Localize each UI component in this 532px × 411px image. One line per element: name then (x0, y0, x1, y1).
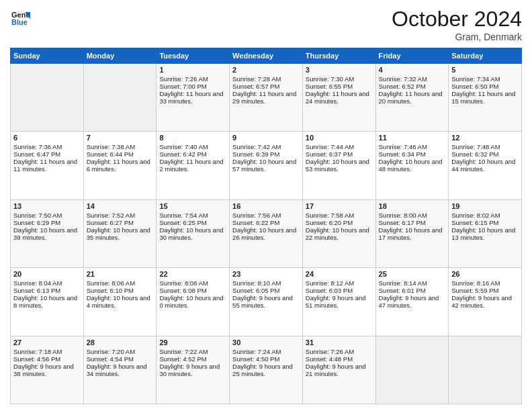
sunrise-text: Sunrise: 8:06 AM (87, 279, 154, 287)
day-cell: 14Sunrise: 7:52 AMSunset: 6:27 PMDayligh… (83, 199, 157, 267)
day-number: 16 (232, 202, 300, 210)
sunset-text: Sunset: 6:15 PM (451, 219, 519, 226)
day-number: 1 (159, 66, 226, 74)
sunrise-text: Sunrise: 8:02 AM (451, 212, 519, 219)
daylight-text: Daylight: 10 hours and 8 minutes. (13, 294, 81, 309)
day-number: 14 (87, 202, 154, 210)
day-cell: 25Sunrise: 8:14 AMSunset: 6:01 PMDayligh… (375, 268, 449, 336)
calendar-page: General Blue October 2024 Gram, Denmark … (0, 0, 532, 411)
sunset-text: Sunset: 6:37 PM (306, 150, 373, 158)
daylight-text: Daylight: 9 hours and 38 minutes. (13, 363, 81, 377)
daylight-text: Daylight: 10 hours and 48 minutes. (379, 158, 446, 173)
day-cell: 19Sunrise: 8:02 AMSunset: 6:15 PMDayligh… (449, 199, 522, 267)
daylight-text: Daylight: 9 hours and 55 minutes. (232, 294, 300, 309)
daylight-text: Daylight: 9 hours and 25 minutes. (232, 363, 300, 377)
day-cell: 8Sunrise: 7:40 AMSunset: 6:42 PMDaylight… (157, 132, 230, 199)
day-cell: 28Sunrise: 7:20 AMSunset: 4:54 PMDayligh… (83, 336, 157, 404)
sunset-text: Sunset: 6:32 PM (451, 150, 519, 158)
daylight-text: Daylight: 10 hours and 57 minutes. (232, 158, 300, 173)
sunrise-text: Sunrise: 7:40 AM (159, 143, 226, 150)
daylight-text: Daylight: 10 hours and 44 minutes. (451, 158, 519, 173)
sunrise-text: Sunrise: 7:54 AM (159, 212, 226, 219)
sunset-text: Sunset: 6:10 PM (87, 287, 154, 294)
sunset-text: Sunset: 6:05 PM (232, 287, 300, 294)
daylight-text: Daylight: 9 hours and 42 minutes. (451, 294, 519, 309)
sunset-text: Sunset: 4:48 PM (306, 355, 373, 363)
day-cell: 1Sunrise: 7:26 AMSunset: 7:00 PMDaylight… (157, 64, 230, 132)
day-cell (83, 64, 157, 132)
day-cell: 30Sunrise: 7:24 AMSunset: 4:50 PMDayligh… (230, 336, 303, 404)
day-number: 19 (451, 202, 519, 210)
sunrise-text: Sunrise: 8:00 AM (379, 212, 446, 219)
sunrise-text: Sunrise: 7:38 AM (87, 143, 154, 150)
week-row-3: 20Sunrise: 8:04 AMSunset: 6:13 PMDayligh… (11, 268, 522, 336)
daylight-text: Daylight: 10 hours and 35 minutes. (87, 226, 154, 241)
day-cell: 12Sunrise: 7:48 AMSunset: 6:32 PMDayligh… (449, 132, 522, 199)
sunrise-text: Sunrise: 7:58 AM (306, 212, 373, 219)
day-cell: 20Sunrise: 8:04 AMSunset: 6:13 PMDayligh… (11, 268, 84, 336)
sunset-text: Sunset: 6:01 PM (379, 287, 446, 294)
location: Gram, Denmark (392, 32, 522, 42)
sunrise-text: Sunrise: 7:22 AM (159, 348, 226, 355)
day-cell: 10Sunrise: 7:44 AMSunset: 6:37 PMDayligh… (302, 132, 375, 199)
day-number: 13 (13, 202, 81, 210)
col-thursday: Thursday (302, 48, 375, 64)
day-number: 12 (451, 134, 519, 142)
logo: General Blue (10, 7, 33, 27)
header: General Blue October 2024 Gram, Denmark (10, 7, 522, 42)
sunrise-text: Sunrise: 7:28 AM (232, 75, 300, 83)
day-number: 9 (232, 134, 300, 142)
day-cell: 27Sunrise: 7:18 AMSunset: 4:56 PMDayligh… (11, 336, 84, 404)
title-block: October 2024 Gram, Denmark (392, 7, 522, 42)
daylight-text: Daylight: 10 hours and 30 minutes. (159, 226, 226, 241)
daylight-text: Daylight: 11 hours and 6 minutes. (87, 158, 154, 173)
sunset-text: Sunset: 6:52 PM (379, 83, 446, 90)
day-number: 6 (13, 134, 81, 142)
daylight-text: Daylight: 9 hours and 34 minutes. (87, 363, 154, 377)
sunrise-text: Sunrise: 7:18 AM (13, 348, 81, 355)
day-cell: 13Sunrise: 7:50 AMSunset: 6:29 PMDayligh… (11, 199, 84, 267)
sunrise-text: Sunrise: 7:46 AM (379, 143, 446, 150)
day-cell: 11Sunrise: 7:46 AMSunset: 6:34 PMDayligh… (375, 132, 449, 199)
sunrise-text: Sunrise: 7:32 AM (379, 75, 446, 83)
day-cell: 15Sunrise: 7:54 AMSunset: 6:25 PMDayligh… (157, 199, 230, 267)
sunset-text: Sunset: 6:22 PM (232, 219, 300, 226)
sunset-text: Sunset: 4:50 PM (232, 355, 300, 363)
daylight-text: Daylight: 10 hours and 53 minutes. (306, 158, 373, 173)
day-number: 20 (13, 270, 81, 278)
week-row-1: 6Sunrise: 7:36 AMSunset: 6:47 PMDaylight… (11, 132, 522, 199)
day-cell: 2Sunrise: 7:28 AMSunset: 6:57 PMDaylight… (230, 64, 303, 132)
sunrise-text: Sunrise: 8:08 AM (159, 279, 226, 287)
sunrise-text: Sunrise: 7:24 AM (232, 348, 300, 355)
day-number: 15 (159, 202, 226, 210)
daylight-text: Daylight: 10 hours and 13 minutes. (451, 226, 519, 241)
day-cell: 24Sunrise: 8:12 AMSunset: 6:03 PMDayligh… (302, 268, 375, 336)
daylight-text: Daylight: 10 hours and 17 minutes. (379, 226, 446, 241)
sunrise-text: Sunrise: 7:42 AM (232, 143, 300, 150)
logo-icon: General Blue (10, 7, 30, 27)
sunrise-text: Sunrise: 7:48 AM (451, 143, 519, 150)
sunrise-text: Sunrise: 7:34 AM (451, 75, 519, 83)
sunset-text: Sunset: 6:25 PM (159, 219, 226, 226)
day-cell: 3Sunrise: 7:30 AMSunset: 6:55 PMDaylight… (302, 64, 375, 132)
sunset-text: Sunset: 6:20 PM (306, 219, 373, 226)
day-number: 18 (379, 202, 446, 210)
sunrise-text: Sunrise: 7:26 AM (306, 348, 373, 355)
sunset-text: Sunset: 6:39 PM (232, 150, 300, 158)
week-row-2: 13Sunrise: 7:50 AMSunset: 6:29 PMDayligh… (11, 199, 522, 267)
daylight-text: Daylight: 10 hours and 39 minutes. (13, 226, 81, 241)
sunrise-text: Sunrise: 7:44 AM (306, 143, 373, 150)
sunrise-text: Sunrise: 8:12 AM (306, 279, 373, 287)
daylight-text: Daylight: 9 hours and 30 minutes. (159, 363, 226, 377)
day-cell: 29Sunrise: 7:22 AMSunset: 4:52 PMDayligh… (157, 336, 230, 404)
calendar-table: Sunday Monday Tuesday Wednesday Thursday… (10, 48, 522, 404)
day-cell: 17Sunrise: 7:58 AMSunset: 6:20 PMDayligh… (302, 199, 375, 267)
daylight-text: Daylight: 9 hours and 47 minutes. (379, 294, 446, 309)
daylight-text: Daylight: 11 hours and 11 minutes. (13, 158, 81, 173)
sunset-text: Sunset: 6:42 PM (159, 150, 226, 158)
sunset-text: Sunset: 6:57 PM (232, 83, 300, 90)
day-number: 24 (306, 270, 373, 278)
day-cell: 26Sunrise: 8:16 AMSunset: 5:59 PMDayligh… (449, 268, 522, 336)
sunrise-text: Sunrise: 7:30 AM (306, 75, 373, 83)
sunset-text: Sunset: 6:47 PM (13, 150, 81, 158)
